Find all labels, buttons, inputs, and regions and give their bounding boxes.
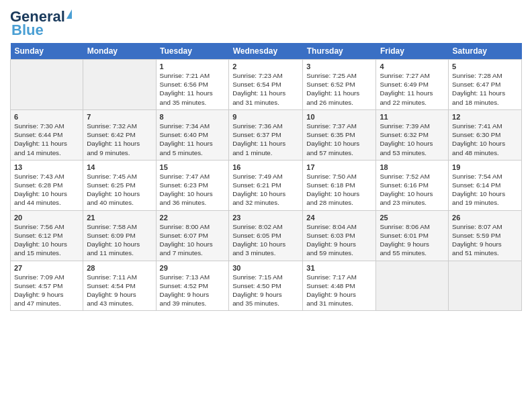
day-number: 23 bbox=[232, 214, 299, 222]
day-number: 10 bbox=[306, 113, 372, 121]
cell-3-4: 16Sunrise: 7:49 AM Sunset: 6:21 PM Dayli… bbox=[229, 160, 303, 210]
cell-content: Sunrise: 7:37 AM Sunset: 6:35 PM Dayligh… bbox=[306, 122, 372, 157]
day-number: 14 bbox=[87, 163, 152, 171]
cell-content: Sunrise: 7:36 AM Sunset: 6:37 PM Dayligh… bbox=[232, 122, 299, 157]
cell-4-7: 26Sunrise: 8:07 AM Sunset: 5:59 PM Dayli… bbox=[449, 210, 522, 261]
cell-2-1: 6Sunrise: 7:30 AM Sunset: 6:44 PM Daylig… bbox=[11, 109, 83, 160]
col-header-saturday: Saturday bbox=[449, 43, 522, 60]
cell-5-7 bbox=[449, 261, 522, 311]
day-number: 24 bbox=[306, 214, 372, 222]
cell-3-5: 17Sunrise: 7:50 AM Sunset: 6:18 PM Dayli… bbox=[303, 160, 376, 210]
day-number: 9 bbox=[232, 113, 299, 121]
cell-content: Sunrise: 7:09 AM Sunset: 4:57 PM Dayligh… bbox=[14, 273, 79, 308]
header: General Blue bbox=[10, 7, 522, 39]
cell-content: Sunrise: 7:41 AM Sunset: 6:30 PM Dayligh… bbox=[452, 122, 518, 157]
cell-2-4: 9Sunrise: 7:36 AM Sunset: 6:37 PM Daylig… bbox=[229, 109, 303, 160]
cell-4-4: 23Sunrise: 8:02 AM Sunset: 6:05 PM Dayli… bbox=[229, 210, 303, 261]
cell-3-3: 15Sunrise: 7:47 AM Sunset: 6:23 PM Dayli… bbox=[156, 160, 229, 210]
week-row-1: 1Sunrise: 7:21 AM Sunset: 6:56 PM Daylig… bbox=[11, 60, 522, 110]
week-row-4: 20Sunrise: 7:56 AM Sunset: 6:12 PM Dayli… bbox=[11, 210, 522, 261]
cell-5-1: 27Sunrise: 7:09 AM Sunset: 4:57 PM Dayli… bbox=[11, 261, 83, 311]
day-number: 28 bbox=[87, 264, 152, 272]
cell-content: Sunrise: 7:43 AM Sunset: 6:28 PM Dayligh… bbox=[14, 172, 79, 208]
day-number: 22 bbox=[160, 214, 226, 222]
cell-1-4: 2Sunrise: 7:23 AM Sunset: 6:54 PM Daylig… bbox=[229, 60, 303, 110]
day-number: 25 bbox=[380, 214, 445, 222]
cell-5-2: 28Sunrise: 7:11 AM Sunset: 4:54 PM Dayli… bbox=[83, 261, 156, 311]
cell-1-1 bbox=[11, 60, 83, 110]
day-number: 31 bbox=[306, 264, 372, 272]
day-number: 17 bbox=[306, 163, 372, 171]
page: General Blue SundayMondayTuesdayWednesda… bbox=[0, 0, 532, 318]
day-number: 11 bbox=[380, 113, 445, 121]
cell-content: Sunrise: 7:50 AM Sunset: 6:18 PM Dayligh… bbox=[306, 172, 372, 208]
cell-content: Sunrise: 7:45 AM Sunset: 6:25 PM Dayligh… bbox=[87, 172, 152, 208]
day-number: 19 bbox=[452, 163, 518, 171]
day-number: 30 bbox=[232, 264, 299, 272]
cell-content: Sunrise: 7:11 AM Sunset: 4:54 PM Dayligh… bbox=[87, 273, 152, 308]
cell-content: Sunrise: 7:39 AM Sunset: 6:32 PM Dayligh… bbox=[380, 122, 445, 157]
cell-content: Sunrise: 7:52 AM Sunset: 6:16 PM Dayligh… bbox=[380, 172, 445, 208]
cell-content: Sunrise: 7:27 AM Sunset: 6:49 PM Dayligh… bbox=[380, 71, 445, 107]
cell-3-2: 14Sunrise: 7:45 AM Sunset: 6:25 PM Dayli… bbox=[83, 160, 156, 210]
cell-content: Sunrise: 7:58 AM Sunset: 6:09 PM Dayligh… bbox=[87, 222, 152, 258]
cell-5-6 bbox=[376, 261, 449, 311]
day-number: 5 bbox=[452, 62, 518, 71]
cell-content: Sunrise: 7:23 AM Sunset: 6:54 PM Dayligh… bbox=[232, 71, 299, 107]
day-number: 13 bbox=[14, 163, 79, 171]
day-number: 3 bbox=[306, 62, 372, 71]
cell-4-6: 25Sunrise: 8:06 AM Sunset: 6:01 PM Dayli… bbox=[376, 210, 449, 261]
cell-content: Sunrise: 8:07 AM Sunset: 5:59 PM Dayligh… bbox=[452, 222, 518, 258]
day-number: 18 bbox=[380, 163, 445, 171]
col-header-friday: Friday bbox=[376, 43, 449, 60]
day-number: 1 bbox=[160, 62, 226, 71]
day-number: 15 bbox=[160, 163, 226, 171]
cell-1-7: 5Sunrise: 7:28 AM Sunset: 6:47 PM Daylig… bbox=[449, 60, 522, 110]
cell-content: Sunrise: 7:49 AM Sunset: 6:21 PM Dayligh… bbox=[232, 172, 299, 208]
day-number: 29 bbox=[160, 264, 226, 272]
cell-content: Sunrise: 7:13 AM Sunset: 4:52 PM Dayligh… bbox=[160, 273, 226, 308]
cell-2-3: 8Sunrise: 7:34 AM Sunset: 6:40 PM Daylig… bbox=[156, 109, 229, 160]
cell-1-5: 3Sunrise: 7:25 AM Sunset: 6:52 PM Daylig… bbox=[303, 60, 376, 110]
cell-content: Sunrise: 7:25 AM Sunset: 6:52 PM Dayligh… bbox=[306, 71, 372, 107]
cell-content: Sunrise: 7:28 AM Sunset: 6:47 PM Dayligh… bbox=[452, 71, 518, 107]
cell-5-3: 29Sunrise: 7:13 AM Sunset: 4:52 PM Dayli… bbox=[156, 261, 229, 311]
cell-content: Sunrise: 7:15 AM Sunset: 4:50 PM Dayligh… bbox=[232, 273, 299, 308]
cell-1-3: 1Sunrise: 7:21 AM Sunset: 6:56 PM Daylig… bbox=[156, 60, 229, 110]
day-number: 21 bbox=[87, 214, 152, 222]
header-row: SundayMondayTuesdayWednesdayThursdayFrid… bbox=[11, 43, 522, 60]
cell-4-5: 24Sunrise: 8:04 AM Sunset: 6:03 PM Dayli… bbox=[303, 210, 376, 261]
cell-4-2: 21Sunrise: 7:58 AM Sunset: 6:09 PM Dayli… bbox=[83, 210, 156, 261]
col-header-sunday: Sunday bbox=[11, 43, 83, 60]
cell-content: Sunrise: 7:47 AM Sunset: 6:23 PM Dayligh… bbox=[160, 172, 226, 208]
cell-1-6: 4Sunrise: 7:27 AM Sunset: 6:49 PM Daylig… bbox=[376, 60, 449, 110]
cell-content: Sunrise: 8:04 AM Sunset: 6:03 PM Dayligh… bbox=[306, 222, 372, 258]
logo: General Blue bbox=[10, 9, 72, 39]
day-number: 7 bbox=[87, 113, 152, 121]
cell-content: Sunrise: 8:06 AM Sunset: 6:01 PM Dayligh… bbox=[380, 222, 445, 258]
week-row-2: 6Sunrise: 7:30 AM Sunset: 6:44 PM Daylig… bbox=[11, 109, 522, 160]
cell-content: Sunrise: 7:32 AM Sunset: 6:42 PM Dayligh… bbox=[87, 122, 152, 157]
day-number: 20 bbox=[14, 214, 79, 222]
cell-content: Sunrise: 7:17 AM Sunset: 4:48 PM Dayligh… bbox=[306, 273, 372, 308]
day-number: 27 bbox=[14, 264, 79, 272]
cell-2-2: 7Sunrise: 7:32 AM Sunset: 6:42 PM Daylig… bbox=[83, 109, 156, 160]
cell-content: Sunrise: 7:54 AM Sunset: 6:14 PM Dayligh… bbox=[452, 172, 518, 208]
calendar-table: SundayMondayTuesdayWednesdayThursdayFrid… bbox=[10, 43, 522, 311]
cell-3-1: 13Sunrise: 7:43 AM Sunset: 6:28 PM Dayli… bbox=[11, 160, 83, 210]
day-number: 6 bbox=[14, 113, 79, 121]
day-number: 12 bbox=[452, 113, 518, 121]
cell-content: Sunrise: 7:34 AM Sunset: 6:40 PM Dayligh… bbox=[160, 122, 226, 157]
cell-2-7: 12Sunrise: 7:41 AM Sunset: 6:30 PM Dayli… bbox=[449, 109, 522, 160]
cell-1-2 bbox=[83, 60, 156, 110]
day-number: 4 bbox=[380, 62, 445, 71]
day-number: 16 bbox=[232, 163, 299, 171]
cell-4-1: 20Sunrise: 7:56 AM Sunset: 6:12 PM Dayli… bbox=[11, 210, 83, 261]
cell-5-4: 30Sunrise: 7:15 AM Sunset: 4:50 PM Dayli… bbox=[229, 261, 303, 311]
col-header-thursday: Thursday bbox=[303, 43, 376, 60]
cell-content: Sunrise: 7:21 AM Sunset: 6:56 PM Dayligh… bbox=[160, 71, 226, 107]
cell-content: Sunrise: 7:56 AM Sunset: 6:12 PM Dayligh… bbox=[14, 222, 79, 258]
cell-content: Sunrise: 8:00 AM Sunset: 6:07 PM Dayligh… bbox=[160, 222, 226, 258]
cell-2-5: 10Sunrise: 7:37 AM Sunset: 6:35 PM Dayli… bbox=[303, 109, 376, 160]
cell-3-6: 18Sunrise: 7:52 AM Sunset: 6:16 PM Dayli… bbox=[376, 160, 449, 210]
